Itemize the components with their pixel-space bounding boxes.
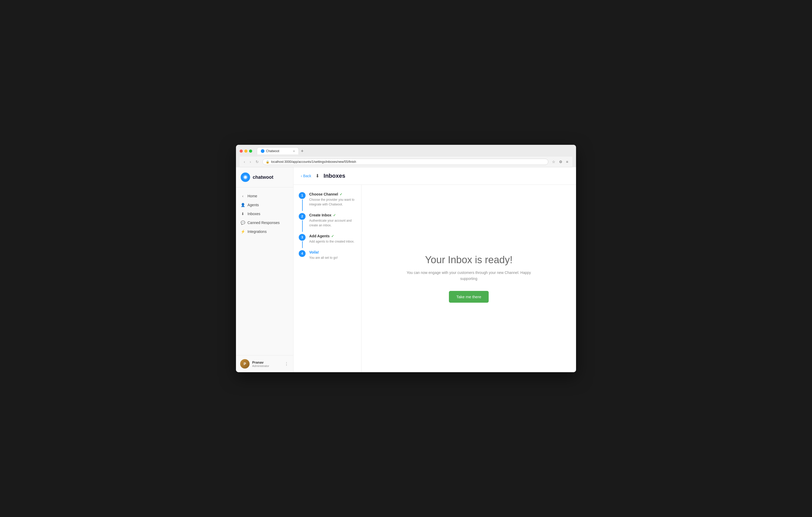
step-4: 4 Voila! You are all set to go! <box>299 250 356 260</box>
tab-close-button[interactable]: × <box>293 150 295 153</box>
active-tab[interactable]: Chatwoot × <box>257 147 299 154</box>
sidebar-logo: chatwoot <box>236 167 293 187</box>
bookmark-button[interactable]: ☆ <box>551 159 556 164</box>
sidebar-user: P Pranav Administrator ⋮ <box>236 355 293 372</box>
minimize-button[interactable] <box>244 150 248 153</box>
user-info: Pranav Administrator <box>252 360 281 367</box>
menu-button[interactable]: ≡ <box>565 159 569 164</box>
step-2: 2 Create Inbox ✓ Authenticate your accou… <box>299 213 356 227</box>
step-1-check: ✓ <box>340 192 342 196</box>
sidebar-item-canned-responses-label: Canned Responses <box>248 221 280 225</box>
completion-subtitle: You can now engage with your customers t… <box>403 270 534 281</box>
browser-window: Chatwoot × + ‹ › ↻ 🔒 localhost:3000/app/… <box>236 145 576 372</box>
step-2-number: 2 <box>299 213 306 220</box>
browser-titlebar: Chatwoot × + <box>240 147 572 154</box>
download-icon: ⬇ <box>316 173 319 179</box>
sidebar-nav: ‹ Home 👤 Agents ⬇ Inboxes 💬 Canned Respo… <box>236 187 293 355</box>
step-1-desc: Choose the provider you want to integrat… <box>309 197 356 207</box>
sidebar: chatwoot ‹ Home 👤 Agents ⬇ Inboxes 💬 Can <box>236 167 293 372</box>
inboxes-icon: ⬇ <box>241 212 245 216</box>
sidebar-item-canned-responses[interactable]: 💬 Canned Responses <box>236 218 293 227</box>
address-bar[interactable]: 🔒 localhost:3000/app/accounts/1/settings… <box>262 159 548 165</box>
step-2-desc: Authenticate your account and create an … <box>309 218 356 227</box>
app-container: chatwoot ‹ Home 👤 Agents ⬇ Inboxes 💬 Can <box>236 167 576 372</box>
completion-area: Your Inbox is ready! You can now engage … <box>361 185 576 372</box>
sidebar-item-agents-label: Agents <box>248 203 259 207</box>
completion-title: Your Inbox is ready! <box>425 254 513 266</box>
step-2-content: Create Inbox ✓ Authenticate your account… <box>309 213 356 227</box>
step-1-number: 1 <box>299 192 306 199</box>
agents-icon: 👤 <box>241 203 245 207</box>
user-avatar: P <box>240 359 250 368</box>
new-tab-button[interactable]: + <box>299 148 306 154</box>
traffic-lights <box>240 150 252 153</box>
reload-button[interactable]: ↻ <box>255 159 260 164</box>
tab-bar: Chatwoot × + <box>257 147 572 154</box>
forward-nav-button[interactable]: › <box>249 159 252 164</box>
sidebar-item-home-label: Home <box>248 194 257 198</box>
page-title: Inboxes <box>324 173 345 179</box>
extensions-button[interactable]: ⚙ <box>558 159 563 164</box>
sidebar-item-inboxes[interactable]: ⬇ Inboxes <box>236 209 293 218</box>
back-nav-button[interactable]: ‹ <box>243 159 246 164</box>
back-label: Back <box>303 174 311 178</box>
step-4-title: Voila! <box>309 250 356 254</box>
tab-favicon <box>261 149 264 153</box>
step-3-check: ✓ <box>331 234 334 238</box>
page-header: ‹ Back ⬇ Inboxes <box>293 167 576 185</box>
canned-responses-icon: 💬 <box>241 221 245 225</box>
browser-actions: ☆ ⚙ ≡ <box>551 159 569 164</box>
back-link[interactable]: ‹ Back <box>301 174 311 178</box>
lock-icon: 🔒 <box>266 160 269 163</box>
logo-icon <box>241 173 250 182</box>
step-2-title: Create Inbox ✓ <box>309 213 356 217</box>
step-3-content: Add Agents ✓ Add agents to the created i… <box>309 234 356 244</box>
step-2-check: ✓ <box>333 213 336 217</box>
browser-toolbar: ‹ › ↻ 🔒 localhost:3000/app/accounts/1/se… <box>240 157 572 167</box>
step-3-desc: Add agents to the created inbox. <box>309 239 356 244</box>
step-3: 3 Add Agents ✓ Add agents to the created… <box>299 234 356 244</box>
integrations-icon: ⚡ <box>241 230 245 234</box>
take-me-there-button[interactable]: Take me there <box>449 291 488 303</box>
sidebar-item-integrations[interactable]: ⚡ Integrations <box>236 227 293 236</box>
step-1-title: Choose Channel ✓ <box>309 192 356 196</box>
maximize-button[interactable] <box>249 150 252 153</box>
sidebar-item-home[interactable]: ‹ Home <box>236 191 293 201</box>
user-menu-button[interactable]: ⋮ <box>284 361 289 367</box>
step-1-content: Choose Channel ✓ Choose the provider you… <box>309 192 356 207</box>
url-text: localhost:3000/app/accounts/1/settings/i… <box>271 160 356 163</box>
logo-text: chatwoot <box>253 175 273 180</box>
step-4-number: 4 <box>299 250 306 257</box>
user-name: Pranav <box>252 360 281 364</box>
step-1: 1 Choose Channel ✓ Choose the provider y… <box>299 192 356 207</box>
sidebar-item-agents[interactable]: 👤 Agents <box>236 201 293 209</box>
sidebar-item-inboxes-label: Inboxes <box>248 212 260 216</box>
step-3-number: 3 <box>299 234 306 241</box>
close-button[interactable] <box>240 150 243 153</box>
step-3-title: Add Agents ✓ <box>309 234 356 238</box>
tab-title: Chatwoot <box>266 149 280 153</box>
step-4-content: Voila! You are all set to go! <box>309 250 356 260</box>
svg-point-2 <box>244 176 246 178</box>
steps-panel: 1 Choose Channel ✓ Choose the provider y… <box>293 185 361 372</box>
step-4-desc: You are all set to go! <box>309 255 356 260</box>
browser-chrome: Chatwoot × + ‹ › ↻ 🔒 localhost:3000/app/… <box>236 145 576 167</box>
home-icon: ‹ <box>241 194 245 198</box>
back-chevron-icon: ‹ <box>301 174 302 178</box>
content-area: 1 Choose Channel ✓ Choose the provider y… <box>293 185 576 372</box>
user-role: Administrator <box>252 364 281 367</box>
main-content: ‹ Back ⬇ Inboxes 1 Choose Channel ✓ <box>293 167 576 372</box>
sidebar-item-integrations-label: Integrations <box>248 230 267 234</box>
